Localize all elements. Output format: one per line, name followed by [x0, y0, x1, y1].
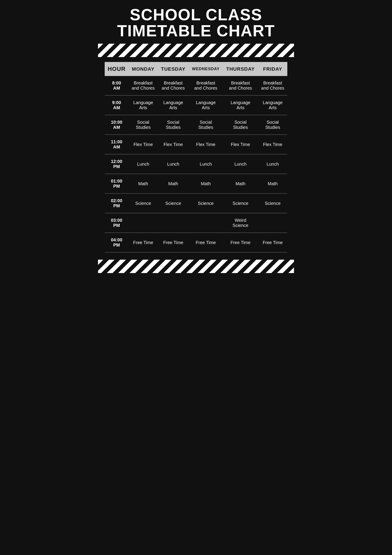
cell-friday: Math: [258, 174, 287, 193]
cell-tuesday: SocialStudies: [158, 115, 189, 135]
cell-monday: Breakfastand Chores: [128, 76, 158, 95]
cell-thursday: WeirdScience: [223, 213, 258, 233]
cell-monday: Free Time: [128, 233, 158, 252]
col-header-monday: MONDAY: [128, 62, 158, 76]
cell-tuesday: Science: [158, 193, 189, 213]
page-title: SCHOOL CLASS TIMETABLE CHART: [102, 7, 290, 39]
hour-cell: 11:00AM: [105, 135, 128, 154]
cell-tuesday: Free Time: [158, 233, 189, 252]
cell-thursday: Science: [223, 193, 258, 213]
col-header-wednesday: WEDNESDAY: [189, 62, 223, 76]
cell-wednesday: [189, 213, 223, 233]
table-row: 02:00PMScienceScienceScienceScienceScien…: [105, 193, 287, 213]
cell-tuesday: LanguageArts: [158, 95, 189, 115]
hour-cell: 9:00AM: [105, 95, 128, 115]
stripe-bar-top: [98, 44, 294, 57]
cell-tuesday: Math: [158, 174, 189, 193]
hour-cell: 02:00PM: [105, 193, 128, 213]
cell-monday: SocialStudies: [128, 115, 158, 135]
table-row: 04:00PMFree TimeFree TimeFree TimeFree T…: [105, 233, 287, 252]
cell-wednesday: Free Time: [189, 233, 223, 252]
cell-wednesday: Flex Time: [189, 135, 223, 154]
cell-thursday: LanguageArts: [223, 95, 258, 115]
cell-thursday: SocialStudies: [223, 115, 258, 135]
hour-cell: 10:00AM: [105, 115, 128, 135]
cell-wednesday: SocialStudies: [189, 115, 223, 135]
table-row: 8:00AMBreakfastand ChoresBreakfastand Ch…: [105, 76, 287, 95]
cell-tuesday: [158, 213, 189, 233]
cell-wednesday: LanguageArts: [189, 95, 223, 115]
cell-friday: Flex Time: [258, 135, 287, 154]
table-row: 11:00AMFlex TimeFlex TimeFlex TimeFlex T…: [105, 135, 287, 154]
header: SCHOOL CLASS TIMETABLE CHART: [98, 0, 294, 41]
hour-cell: 04:00PM: [105, 233, 128, 252]
cell-friday: Science: [258, 193, 287, 213]
cell-thursday: Breakfastand Chores: [223, 76, 258, 95]
page: SCHOOL CLASS TIMETABLE CHART HOUR MONDAY…: [98, 0, 294, 278]
cell-tuesday: Lunch: [158, 154, 189, 174]
cell-thursday: Lunch: [223, 154, 258, 174]
hour-cell: 03:00PM: [105, 213, 128, 233]
cell-monday: LanguageArts: [128, 95, 158, 115]
cell-monday: [128, 213, 158, 233]
cell-monday: Science: [128, 193, 158, 213]
cell-friday: Breakfastand Chores: [258, 76, 287, 95]
hour-cell: 12:00PM: [105, 154, 128, 174]
table-row: 01:00PMMathMathMathMathMath: [105, 174, 287, 193]
cell-thursday: Flex Time: [223, 135, 258, 154]
cell-wednesday: Breakfastand Chores: [189, 76, 223, 95]
stripe-bar-bottom: [98, 260, 294, 273]
cell-wednesday: Science: [189, 193, 223, 213]
table-container: HOUR MONDAY TUESDAY WEDNESDAY THURSDAY F…: [98, 60, 294, 257]
col-header-hour: HOUR: [105, 62, 128, 76]
table-row: 03:00PM WeirdScience: [105, 213, 287, 233]
cell-monday: Lunch: [128, 154, 158, 174]
col-header-friday: FRIDAY: [258, 62, 287, 76]
cell-wednesday: Math: [189, 174, 223, 193]
col-header-tuesday: TUESDAY: [158, 62, 189, 76]
cell-friday: Free Time: [258, 233, 287, 252]
cell-wednesday: Lunch: [189, 154, 223, 174]
cell-monday: Math: [128, 174, 158, 193]
hour-cell: 8:00AM: [105, 76, 128, 95]
table-row: 12:00PMLunchLunchLunchLunchLunch: [105, 154, 287, 174]
table-header-row: HOUR MONDAY TUESDAY WEDNESDAY THURSDAY F…: [105, 62, 287, 76]
cell-friday: [258, 213, 287, 233]
cell-thursday: Math: [223, 174, 258, 193]
cell-friday: SocialStudies: [258, 115, 287, 135]
timetable: HOUR MONDAY TUESDAY WEDNESDAY THURSDAY F…: [105, 62, 287, 253]
cell-monday: Flex Time: [128, 135, 158, 154]
table-row: 9:00AMLanguageArtsLanguageArtsLanguageAr…: [105, 95, 287, 115]
cell-friday: Lunch: [258, 154, 287, 174]
cell-friday: LanguageArts: [258, 95, 287, 115]
table-row: 10:00AMSocialStudiesSocialStudiesSocialS…: [105, 115, 287, 135]
col-header-thursday: THURSDAY: [223, 62, 258, 76]
cell-tuesday: Flex Time: [158, 135, 189, 154]
cell-thursday: Free Time: [223, 233, 258, 252]
hour-cell: 01:00PM: [105, 174, 128, 193]
cell-tuesday: Breakfastand Chores: [158, 76, 189, 95]
